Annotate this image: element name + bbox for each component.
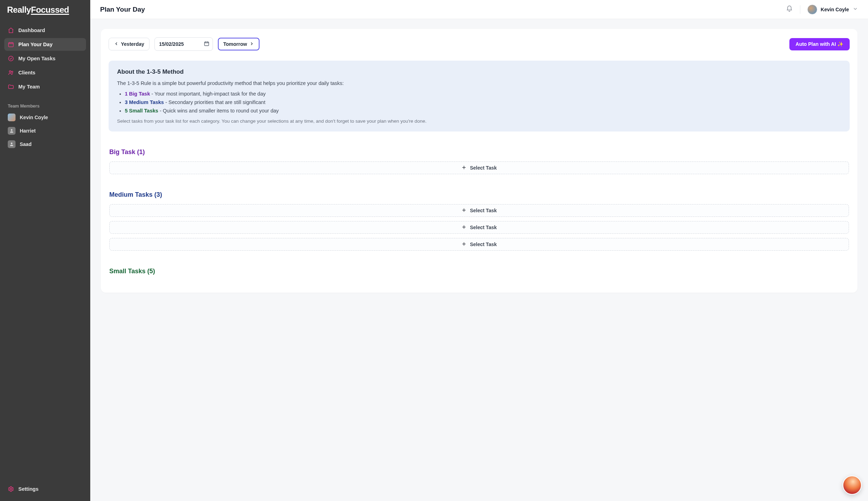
select-task-slot[interactable]: Select Task: [109, 221, 849, 234]
sidebar-item-clients[interactable]: Clients: [4, 66, 86, 79]
team-member-harriet[interactable]: Harriet: [4, 125, 86, 137]
user-menu[interactable]: Kevin Coyle: [807, 5, 858, 14]
check-circle-icon: [8, 55, 14, 62]
member-label: Harriet: [20, 128, 36, 134]
section-medium: Medium Tasks (3) Select Task Select Task: [109, 191, 850, 251]
svg-point-3: [12, 71, 13, 73]
svg-rect-0: [8, 43, 13, 47]
select-task-slot[interactable]: Select Task: [109, 204, 849, 217]
section-small: Small Tasks (5): [109, 268, 850, 275]
chevron-right-icon: [249, 41, 254, 47]
plus-icon: [461, 225, 466, 231]
nav-label: My Team: [18, 84, 40, 90]
team-member-kevin-coyle[interactable]: Kevin Coyle: [4, 111, 86, 123]
team-members-list: Kevin Coyle Harriet Saad: [0, 111, 90, 152]
bullet-rest: - Quick wins and smaller items to round …: [158, 108, 279, 114]
gear-icon: [8, 486, 14, 492]
svg-point-6: [10, 488, 12, 490]
slot-label: Select Task: [470, 208, 497, 213]
bullet-strong: 3 Medium Tasks: [125, 99, 164, 105]
divider: [800, 5, 800, 14]
sidebar-item-settings[interactable]: Settings: [4, 483, 86, 495]
nav-label: Clients: [18, 70, 35, 75]
primary-nav: Dashboard Plan Your Day My Open Tasks Cl…: [0, 18, 90, 94]
yesterday-button[interactable]: Yesterday: [109, 38, 149, 50]
page-title: Plan Your Day: [100, 6, 145, 13]
folder-icon: [8, 84, 14, 90]
bullet-strong: 5 Small Tasks: [125, 108, 158, 114]
assistant-fab[interactable]: [843, 476, 862, 495]
home-icon: [8, 27, 14, 33]
section-big: Big Task (1) Select Task: [109, 148, 850, 174]
info-intro: The 1-3-5 Rule is a simple but powerful …: [117, 80, 841, 86]
slot-label: Select Task: [470, 225, 497, 230]
sidebar-item-my-open-tasks[interactable]: My Open Tasks: [4, 52, 86, 65]
nav-label: Plan Your Day: [18, 42, 53, 47]
button-label: Auto Plan with AI ✨: [796, 41, 843, 47]
sidebar-item-dashboard[interactable]: Dashboard: [4, 24, 86, 37]
info-box: About the 1-3-5 Method The 1-3-5 Rule is…: [109, 61, 850, 132]
plus-icon: [461, 208, 466, 214]
info-bullet-small: 5 Small Tasks - Quick wins and smaller i…: [125, 108, 841, 114]
section-heading-big: Big Task (1): [109, 148, 849, 156]
button-label: Tomorrow: [223, 41, 247, 47]
sidebar: ReallyFocussed Dashboard Plan Your Day M…: [0, 0, 90, 501]
bullet-strong: 1 Big Task: [125, 91, 150, 97]
plus-icon: [461, 165, 466, 171]
chevron-down-icon: [852, 6, 858, 13]
svg-point-4: [11, 129, 13, 131]
date-input[interactable]: [154, 37, 213, 51]
tomorrow-button[interactable]: Tomorrow: [218, 38, 259, 50]
info-list: 1 Big Task - Your most important, high-i…: [117, 91, 841, 114]
section-heading-small: Small Tasks (5): [109, 268, 849, 275]
info-title: About the 1-3-5 Method: [117, 68, 841, 75]
bell-icon: [786, 5, 793, 12]
svg-point-1: [8, 56, 13, 61]
slot-label: Select Task: [470, 165, 497, 171]
logo-suffix: Focussed: [31, 5, 69, 14]
nav-label: Dashboard: [18, 28, 45, 33]
sidebar-item-my-team[interactable]: My Team: [4, 80, 86, 93]
team-members-label: Team Members: [0, 94, 90, 111]
nav-label: My Open Tasks: [18, 56, 55, 61]
button-label: Yesterday: [121, 41, 144, 47]
app-logo: ReallyFocussed: [0, 0, 90, 18]
notifications-button[interactable]: [786, 5, 793, 13]
avatar: [807, 5, 817, 14]
select-task-slot[interactable]: Select Task: [109, 238, 849, 251]
logo-prefix: Really: [7, 5, 31, 14]
member-label: Kevin Coyle: [20, 115, 48, 120]
slot-label: Select Task: [470, 242, 497, 247]
svg-point-2: [9, 71, 11, 73]
info-outro: Select tasks from your task list for eac…: [117, 118, 841, 124]
info-bullet-medium: 3 Medium Tasks - Secondary priorities th…: [125, 99, 841, 105]
users-icon: [8, 69, 14, 76]
sidebar-item-plan-your-day[interactable]: Plan Your Day: [4, 38, 86, 51]
bullet-rest: - Your most important, high-impact task …: [150, 91, 265, 97]
topbar: Plan Your Day Kevin Coyle: [90, 0, 868, 19]
svg-point-5: [11, 142, 13, 144]
nav-label: Settings: [18, 486, 38, 492]
section-heading-medium: Medium Tasks (3): [109, 191, 849, 198]
chevron-left-icon: [114, 41, 119, 47]
plus-icon: [461, 242, 466, 248]
team-member-saad[interactable]: Saad: [4, 138, 86, 150]
info-bullet-big: 1 Big Task - Your most important, high-i…: [125, 91, 841, 97]
date-controls: Yesterday Tomorrow: [109, 37, 259, 51]
calendar-icon: [8, 41, 14, 48]
avatar: [8, 127, 16, 135]
bullet-rest: - Secondary priorities that are still si…: [164, 99, 265, 105]
member-label: Saad: [20, 141, 31, 147]
avatar: [8, 114, 16, 121]
avatar: [8, 140, 16, 148]
auto-plan-button[interactable]: Auto Plan with AI ✨: [789, 38, 850, 50]
user-name: Kevin Coyle: [821, 7, 849, 12]
plan-card: Yesterday Tomorrow: [101, 29, 857, 293]
select-task-slot[interactable]: Select Task: [109, 161, 849, 174]
